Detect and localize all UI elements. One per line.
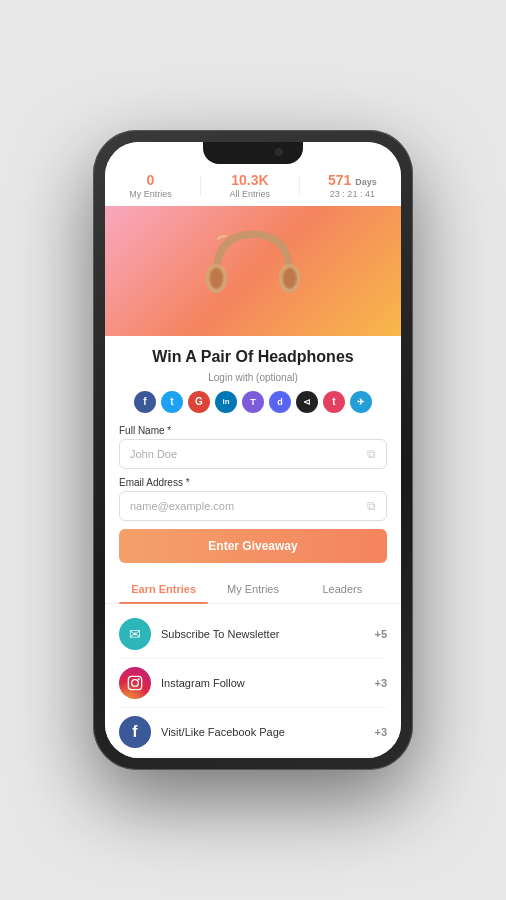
main-content: Win A Pair Of Headphones Login with (opt… <box>105 336 401 758</box>
phone-screen: 0 My Entries 10.3K All Entries 571 Days … <box>105 142 401 758</box>
all-entries-label: All Entries <box>230 189 271 200</box>
entry-twitter[interactable]: Follow On Twitter +3 <box>119 757 387 758</box>
entry-facebook[interactable]: f Visit/Like Facebook Page +3 <box>119 708 387 757</box>
svg-point-8 <box>138 678 140 680</box>
name-placeholder: John Doe <box>130 448 177 460</box>
social-login-row: f t G in T d ⊲ t ✈ <box>119 391 387 413</box>
notch <box>203 142 303 164</box>
newsletter-label: Subscribe To Newsletter <box>161 628 374 640</box>
tab-earn-entries[interactable]: Earn Entries <box>119 575 208 603</box>
tabs-row: Earn Entries My Entries Leaders <box>105 575 401 604</box>
email-label: Email Address * <box>119 477 387 488</box>
copy-icon-2: ⧉ <box>367 499 376 513</box>
facebook-points: +3 <box>374 726 387 738</box>
google-login-btn[interactable]: G <box>188 391 210 413</box>
divider-1 <box>200 176 201 196</box>
apple-login-btn[interactable]: ⊲ <box>296 391 318 413</box>
all-entries-value: 10.3K <box>230 172 271 189</box>
days-value: 571 Days <box>328 172 377 189</box>
svg-point-4 <box>211 269 222 287</box>
instagram-points: +3 <box>374 677 387 689</box>
my-entries-value: 0 <box>129 172 172 189</box>
giveaway-title: Win A Pair Of Headphones <box>119 348 387 366</box>
twitter-login-btn[interactable]: t <box>161 391 183 413</box>
facebook-icon: f <box>119 716 151 748</box>
phone-frame: 0 My Entries 10.3K All Entries 571 Days … <box>93 130 413 770</box>
telegram-login-btn[interactable]: ✈ <box>350 391 372 413</box>
email-placeholder: name@example.com <box>130 500 234 512</box>
facebook-login-btn[interactable]: f <box>134 391 156 413</box>
facebook-label: Visit/Like Facebook Page <box>161 726 374 738</box>
name-input-wrapper[interactable]: John Doe ⧉ <box>119 439 387 469</box>
timer-value: 23 : 21 : 41 <box>328 189 377 200</box>
linkedin-login-btn[interactable]: in <box>215 391 237 413</box>
tumblr-login-btn[interactable]: t <box>323 391 345 413</box>
entry-list: ✉ Subscribe To Newsletter +5 Insta <box>119 604 387 758</box>
stat-days: 571 Days 23 : 21 : 41 <box>328 172 377 200</box>
entry-newsletter[interactable]: ✉ Subscribe To Newsletter +5 <box>119 610 387 659</box>
svg-rect-6 <box>128 676 141 689</box>
instagram-label: Instagram Follow <box>161 677 374 689</box>
enter-giveaway-button[interactable]: Enter Giveaway <box>119 529 387 563</box>
email-icon: ✉ <box>119 618 151 650</box>
headphones-illustration <box>198 216 308 326</box>
stat-all-entries: 10.3K All Entries <box>230 172 271 200</box>
svg-point-5 <box>284 269 295 287</box>
copy-icon: ⧉ <box>367 447 376 461</box>
screen-content: 0 My Entries 10.3K All Entries 571 Days … <box>105 142 401 758</box>
name-field-group: Full Name * John Doe ⧉ <box>119 425 387 469</box>
tab-leaders[interactable]: Leaders <box>298 575 387 603</box>
newsletter-points: +5 <box>374 628 387 640</box>
entry-instagram[interactable]: Instagram Follow +3 <box>119 659 387 708</box>
divider-2 <box>299 176 300 196</box>
camera <box>275 148 283 156</box>
tab-my-entries[interactable]: My Entries <box>208 575 297 603</box>
stats-bar: 0 My Entries 10.3K All Entries 571 Days … <box>105 164 401 206</box>
svg-point-7 <box>132 679 139 686</box>
instagram-icon <box>119 667 151 699</box>
login-text: Login with (optional) <box>119 372 387 383</box>
name-label: Full Name * <box>119 425 387 436</box>
email-field-group: Email Address * name@example.com ⧉ <box>119 477 387 521</box>
stat-my-entries: 0 My Entries <box>129 172 172 200</box>
email-input-wrapper[interactable]: name@example.com ⧉ <box>119 491 387 521</box>
hero-image <box>105 206 401 336</box>
discord-login-btn[interactable]: d <box>269 391 291 413</box>
twitch-login-btn[interactable]: T <box>242 391 264 413</box>
my-entries-label: My Entries <box>129 189 172 200</box>
